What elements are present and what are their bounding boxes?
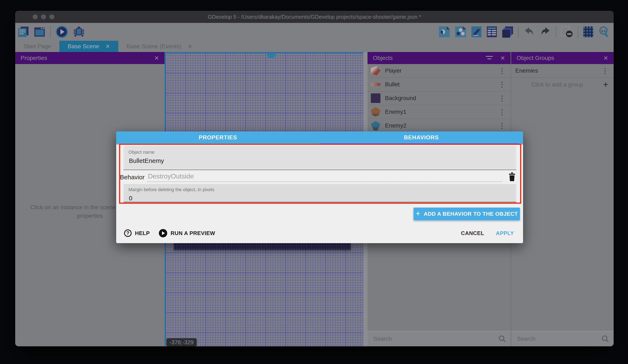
run-preview-toolbar-icon[interactable] [56, 26, 68, 38]
redo-icon[interactable] [540, 26, 551, 38]
tab-base-scene-events[interactable]: Base Scene (Events) ✕ [118, 41, 201, 52]
object-row-player[interactable]: Player ⋮ [368, 64, 511, 78]
close-icon[interactable]: ✕ [500, 55, 505, 61]
toolbar-divider [556, 26, 556, 37]
filter-icon[interactable] [486, 56, 493, 61]
search-icon [602, 335, 609, 343]
object-name-label: Object name [129, 150, 516, 155]
objects-editor-icon[interactable] [439, 26, 450, 38]
tab-close-icon[interactable]: ✕ [105, 43, 110, 50]
object-editor-dialog: PROPERTIES BEHAVIORS Object name Behavio… [116, 131, 523, 243]
cancel-button[interactable]: CANCEL [461, 230, 484, 237]
tab-label: Base Scene [68, 43, 99, 50]
kebab-menu-icon[interactable]: ⋮ [498, 108, 506, 116]
window-title: GDevelop 5 - /Users/dkarakay/Documents/G… [15, 11, 614, 23]
enemy1-sprite-thumbnail [371, 107, 381, 117]
object-groups-panel: Object Groups ✕ Enemies ⋮ Click to add a… [511, 52, 614, 346]
toolbar-divider [578, 26, 578, 37]
toolbar-left-group [18, 23, 85, 41]
behavior-name-input[interactable] [148, 172, 502, 182]
tab-close-icon[interactable]: ✕ [188, 43, 192, 50]
dialog-tab-behaviors[interactable]: BEHAVIORS [320, 131, 523, 143]
tab-label: Base Scene (Events) [127, 43, 181, 50]
object-name: Enemy2 [385, 122, 498, 129]
object-groups-editor-icon[interactable] [455, 26, 467, 38]
margin-label: Margin before deleting the object, in pi… [129, 187, 516, 192]
panel-title: Object Groups [517, 55, 603, 61]
groups-search-bar [511, 331, 614, 346]
add-behavior-button[interactable]: + ADD A BEHAVIOR TO THE OBJECT [413, 208, 520, 220]
apply-button[interactable]: APPLY [496, 230, 514, 237]
objects-search-input[interactable] [373, 335, 498, 342]
object-name-field[interactable]: Object name [123, 146, 516, 170]
panel-title: Objects [373, 55, 486, 61]
properties-editor-icon[interactable] [471, 26, 482, 38]
margin-input[interactable] [129, 194, 498, 202]
kebab-menu-icon[interactable]: ⋮ [498, 122, 506, 129]
plus-icon: + [416, 209, 420, 218]
object-row-bullet[interactable]: Bullet ⋮ [368, 78, 511, 92]
object-row-enemy1[interactable]: Enemy1 ⋮ [368, 105, 511, 119]
kebab-menu-icon[interactable]: ⋮ [498, 95, 506, 102]
svg-text:1:1: 1:1 [601, 29, 606, 33]
instances-list-icon[interactable] [486, 26, 497, 38]
scene-window-handle[interactable] [267, 54, 276, 58]
toolbar-divider [518, 26, 519, 37]
help-button[interactable]: ? HELP [124, 229, 150, 237]
app-window: GDevelop 5 - /Users/dkarakay/Documents/G… [15, 11, 614, 346]
close-icon[interactable]: ✕ [154, 55, 159, 61]
run-preview-label: RUN A PREVIEW [170, 230, 215, 237]
dialog-tab-indicator-track [116, 143, 523, 145]
properties-panel-header: Properties ✕ [15, 52, 164, 64]
add-behavior-label: ADD A BEHAVIOR TO THE OBJECT [424, 211, 518, 217]
object-name: Enemy1 [385, 109, 498, 115]
behavior-row: Behavior [116, 170, 523, 184]
search-icon [498, 335, 506, 343]
layers-icon[interactable] [502, 26, 513, 38]
object-row-background[interactable]: Background ⋮ [368, 92, 511, 105]
dialog-actions: ? HELP RUN A PREVIEW CANCEL APPLY [116, 227, 523, 240]
run-preview-button[interactable]: RUN A PREVIEW [159, 229, 215, 237]
kebab-menu-icon[interactable]: ⋮ [498, 81, 506, 88]
background-sprite-thumbnail [371, 93, 381, 103]
kebab-menu-icon[interactable]: ⋮ [602, 67, 609, 74]
object-name-input[interactable] [129, 157, 498, 165]
cursor-coordinates-badge: -376;-329 [166, 338, 197, 346]
object-name: Background [385, 95, 498, 102]
panel-title: Properties [21, 55, 154, 61]
tab-start-page[interactable]: Start Page [15, 41, 59, 52]
object-groups-panel-header: Object Groups ✕ [511, 52, 614, 64]
grid-icon[interactable] [583, 26, 594, 38]
start-page-icon[interactable] [34, 26, 45, 37]
mask-icon[interactable] [561, 26, 573, 38]
help-label: HELP [135, 230, 150, 237]
dialog-tab-properties[interactable]: PROPERTIES [116, 131, 320, 143]
object-row-enemy2[interactable]: Enemy2 ⋮ [368, 119, 511, 133]
object-name: Bullet [385, 81, 498, 88]
main-toolbar: 1:1 [15, 23, 614, 41]
dialog-tabs: PROPERTIES BEHAVIORS [116, 131, 523, 143]
trash-icon [508, 173, 516, 181]
zoom-one-to-one-icon[interactable]: 1:1 [598, 26, 610, 38]
kebab-menu-icon[interactable]: ⋮ [498, 67, 506, 74]
editor-tabs: Start Page Base Scene ✕ Base Scene (Even… [15, 41, 614, 52]
project-manager-icon[interactable] [18, 26, 29, 37]
add-group-row[interactable]: Click to add a group + [511, 78, 614, 92]
plus-icon[interactable]: + [603, 80, 608, 90]
tab-label: Start Page [23, 43, 51, 50]
delete-behavior-button[interactable] [508, 173, 516, 182]
groups-search-input[interactable] [517, 335, 602, 342]
close-icon[interactable]: ✕ [603, 55, 608, 61]
group-row-enemies[interactable]: Enemies ⋮ [511, 64, 614, 78]
margin-field[interactable]: Margin before deleting the object, in pi… [123, 184, 516, 202]
group-name: Enemies [515, 67, 602, 74]
objects-search-bar [368, 331, 511, 346]
objects-panel-header: Objects ✕ [368, 52, 511, 64]
title-bar: GDevelop 5 - /Users/dkarakay/Documents/G… [15, 11, 614, 23]
tab-base-scene[interactable]: Base Scene ✕ [59, 41, 118, 52]
toolbar-right-group: 1:1 [439, 23, 610, 41]
undo-icon[interactable] [523, 26, 535, 38]
play-icon [159, 229, 167, 237]
debug-icon[interactable] [73, 26, 85, 38]
player-sprite-thumbnail [371, 66, 381, 75]
